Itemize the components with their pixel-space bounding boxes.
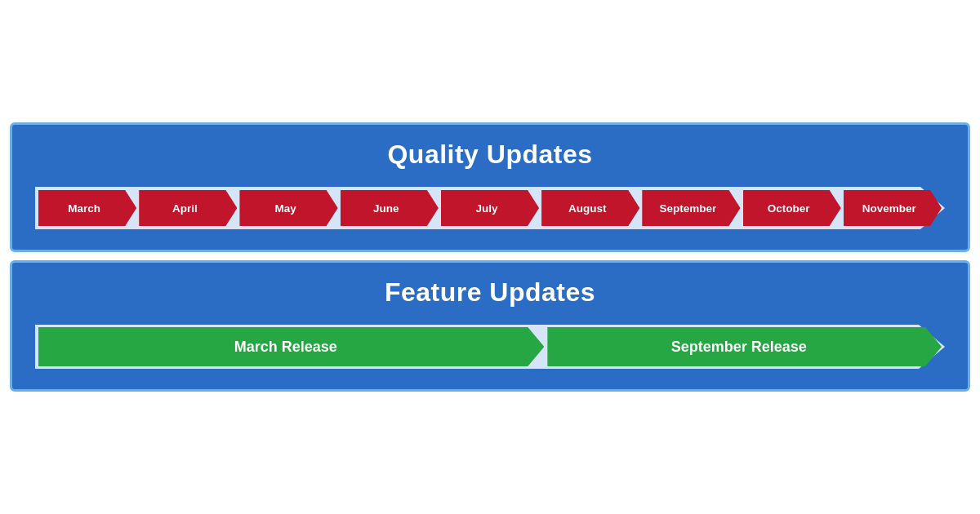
month-chevron-may: May xyxy=(239,190,337,226)
feature-track: March ReleaseSeptember Release xyxy=(35,322,945,371)
month-chevron-october: October xyxy=(743,190,841,226)
month-chevron-june: June xyxy=(341,190,439,226)
quality-updates-panel: Quality Updates MarchAprilMayJuneJulyAug… xyxy=(10,122,970,252)
quality-updates-title: Quality Updates xyxy=(35,140,945,170)
quality-chevrons: MarchAprilMayJuneJulyAugustSeptemberOcto… xyxy=(35,187,945,229)
feature-chevrons-container: March ReleaseSeptember Release xyxy=(35,325,945,369)
feature-chevron-september: September Release xyxy=(547,327,942,366)
month-chevron-april: April xyxy=(139,190,237,226)
feature-updates-panel: Feature Updates March ReleaseSeptember R… xyxy=(10,260,970,392)
month-chevron-september: September xyxy=(642,190,740,226)
quality-track: MarchAprilMayJuneJulyAugustSeptemberOcto… xyxy=(35,184,945,232)
feature-updates-title: Feature Updates xyxy=(35,277,945,308)
feature-chevron-march: March Release xyxy=(38,327,544,366)
month-chevron-july: July xyxy=(441,190,539,226)
month-chevron-august: August xyxy=(541,190,639,226)
month-chevron-march: March xyxy=(38,190,136,226)
month-chevron-november: November xyxy=(844,190,942,226)
